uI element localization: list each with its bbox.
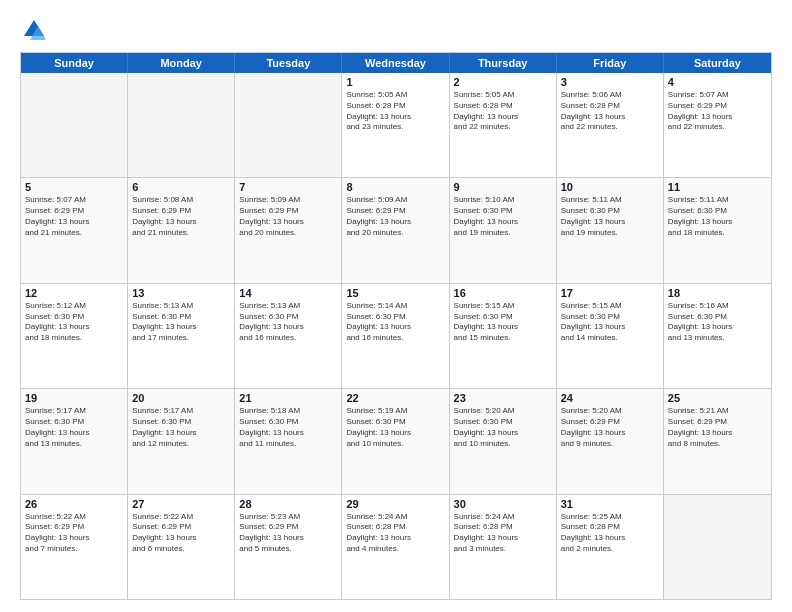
calendar-cell-23: 23Sunrise: 5:20 AM Sunset: 6:30 PM Dayli…	[450, 389, 557, 493]
day-number: 17	[561, 287, 659, 299]
calendar-cell-21: 21Sunrise: 5:18 AM Sunset: 6:30 PM Dayli…	[235, 389, 342, 493]
calendar-body: 1Sunrise: 5:05 AM Sunset: 6:28 PM Daylig…	[21, 73, 771, 599]
day-number: 22	[346, 392, 444, 404]
day-info: Sunrise: 5:08 AM Sunset: 6:29 PM Dayligh…	[132, 195, 230, 238]
day-number: 12	[25, 287, 123, 299]
calendar-cell-4: 4Sunrise: 5:07 AM Sunset: 6:29 PM Daylig…	[664, 73, 771, 177]
calendar-cell-5: 5Sunrise: 5:07 AM Sunset: 6:29 PM Daylig…	[21, 178, 128, 282]
calendar-week-5: 26Sunrise: 5:22 AM Sunset: 6:29 PM Dayli…	[21, 495, 771, 599]
day-info: Sunrise: 5:17 AM Sunset: 6:30 PM Dayligh…	[132, 406, 230, 449]
calendar-cell-16: 16Sunrise: 5:15 AM Sunset: 6:30 PM Dayli…	[450, 284, 557, 388]
header	[20, 16, 772, 44]
day-info: Sunrise: 5:09 AM Sunset: 6:29 PM Dayligh…	[239, 195, 337, 238]
day-info: Sunrise: 5:11 AM Sunset: 6:30 PM Dayligh…	[668, 195, 767, 238]
calendar-week-3: 12Sunrise: 5:12 AM Sunset: 6:30 PM Dayli…	[21, 284, 771, 389]
calendar-cell-18: 18Sunrise: 5:16 AM Sunset: 6:30 PM Dayli…	[664, 284, 771, 388]
weekday-header-sunday: Sunday	[21, 53, 128, 73]
day-number: 11	[668, 181, 767, 193]
day-number: 16	[454, 287, 552, 299]
calendar-cell-31: 31Sunrise: 5:25 AM Sunset: 6:28 PM Dayli…	[557, 495, 664, 599]
day-number: 6	[132, 181, 230, 193]
calendar-cell-25: 25Sunrise: 5:21 AM Sunset: 6:29 PM Dayli…	[664, 389, 771, 493]
day-number: 1	[346, 76, 444, 88]
day-info: Sunrise: 5:16 AM Sunset: 6:30 PM Dayligh…	[668, 301, 767, 344]
day-number: 5	[25, 181, 123, 193]
weekday-header-friday: Friday	[557, 53, 664, 73]
day-info: Sunrise: 5:19 AM Sunset: 6:30 PM Dayligh…	[346, 406, 444, 449]
calendar-cell-20: 20Sunrise: 5:17 AM Sunset: 6:30 PM Dayli…	[128, 389, 235, 493]
day-number: 10	[561, 181, 659, 193]
day-number: 8	[346, 181, 444, 193]
calendar-week-4: 19Sunrise: 5:17 AM Sunset: 6:30 PM Dayli…	[21, 389, 771, 494]
day-info: Sunrise: 5:20 AM Sunset: 6:29 PM Dayligh…	[561, 406, 659, 449]
weekday-header-monday: Monday	[128, 53, 235, 73]
day-info: Sunrise: 5:12 AM Sunset: 6:30 PM Dayligh…	[25, 301, 123, 344]
day-info: Sunrise: 5:18 AM Sunset: 6:30 PM Dayligh…	[239, 406, 337, 449]
day-info: Sunrise: 5:24 AM Sunset: 6:28 PM Dayligh…	[454, 512, 552, 555]
calendar-week-2: 5Sunrise: 5:07 AM Sunset: 6:29 PM Daylig…	[21, 178, 771, 283]
calendar-cell-26: 26Sunrise: 5:22 AM Sunset: 6:29 PM Dayli…	[21, 495, 128, 599]
day-number: 23	[454, 392, 552, 404]
calendar-week-1: 1Sunrise: 5:05 AM Sunset: 6:28 PM Daylig…	[21, 73, 771, 178]
calendar-cell-empty-4-6	[664, 495, 771, 599]
weekday-header-saturday: Saturday	[664, 53, 771, 73]
day-info: Sunrise: 5:20 AM Sunset: 6:30 PM Dayligh…	[454, 406, 552, 449]
day-info: Sunrise: 5:10 AM Sunset: 6:30 PM Dayligh…	[454, 195, 552, 238]
weekday-header-wednesday: Wednesday	[342, 53, 449, 73]
calendar-cell-8: 8Sunrise: 5:09 AM Sunset: 6:29 PM Daylig…	[342, 178, 449, 282]
day-info: Sunrise: 5:09 AM Sunset: 6:29 PM Dayligh…	[346, 195, 444, 238]
day-info: Sunrise: 5:17 AM Sunset: 6:30 PM Dayligh…	[25, 406, 123, 449]
day-info: Sunrise: 5:13 AM Sunset: 6:30 PM Dayligh…	[239, 301, 337, 344]
calendar-cell-3: 3Sunrise: 5:06 AM Sunset: 6:28 PM Daylig…	[557, 73, 664, 177]
calendar-cell-13: 13Sunrise: 5:13 AM Sunset: 6:30 PM Dayli…	[128, 284, 235, 388]
calendar-cell-empty-0-0	[21, 73, 128, 177]
day-number: 13	[132, 287, 230, 299]
day-number: 3	[561, 76, 659, 88]
day-info: Sunrise: 5:14 AM Sunset: 6:30 PM Dayligh…	[346, 301, 444, 344]
calendar-cell-empty-0-1	[128, 73, 235, 177]
day-number: 2	[454, 76, 552, 88]
day-info: Sunrise: 5:15 AM Sunset: 6:30 PM Dayligh…	[561, 301, 659, 344]
day-number: 21	[239, 392, 337, 404]
day-info: Sunrise: 5:24 AM Sunset: 6:28 PM Dayligh…	[346, 512, 444, 555]
day-number: 14	[239, 287, 337, 299]
day-info: Sunrise: 5:25 AM Sunset: 6:28 PM Dayligh…	[561, 512, 659, 555]
day-info: Sunrise: 5:22 AM Sunset: 6:29 PM Dayligh…	[25, 512, 123, 555]
day-info: Sunrise: 5:05 AM Sunset: 6:28 PM Dayligh…	[346, 90, 444, 133]
day-number: 26	[25, 498, 123, 510]
calendar-cell-1: 1Sunrise: 5:05 AM Sunset: 6:28 PM Daylig…	[342, 73, 449, 177]
calendar-cell-2: 2Sunrise: 5:05 AM Sunset: 6:28 PM Daylig…	[450, 73, 557, 177]
day-info: Sunrise: 5:06 AM Sunset: 6:28 PM Dayligh…	[561, 90, 659, 133]
calendar-cell-15: 15Sunrise: 5:14 AM Sunset: 6:30 PM Dayli…	[342, 284, 449, 388]
page: SundayMondayTuesdayWednesdayThursdayFrid…	[0, 0, 792, 612]
day-number: 4	[668, 76, 767, 88]
calendar-cell-10: 10Sunrise: 5:11 AM Sunset: 6:30 PM Dayli…	[557, 178, 664, 282]
day-info: Sunrise: 5:11 AM Sunset: 6:30 PM Dayligh…	[561, 195, 659, 238]
day-number: 20	[132, 392, 230, 404]
calendar-cell-7: 7Sunrise: 5:09 AM Sunset: 6:29 PM Daylig…	[235, 178, 342, 282]
calendar-cell-11: 11Sunrise: 5:11 AM Sunset: 6:30 PM Dayli…	[664, 178, 771, 282]
calendar-cell-6: 6Sunrise: 5:08 AM Sunset: 6:29 PM Daylig…	[128, 178, 235, 282]
calendar-header: SundayMondayTuesdayWednesdayThursdayFrid…	[21, 53, 771, 73]
day-info: Sunrise: 5:07 AM Sunset: 6:29 PM Dayligh…	[25, 195, 123, 238]
day-number: 9	[454, 181, 552, 193]
day-number: 7	[239, 181, 337, 193]
day-info: Sunrise: 5:05 AM Sunset: 6:28 PM Dayligh…	[454, 90, 552, 133]
day-info: Sunrise: 5:13 AM Sunset: 6:30 PM Dayligh…	[132, 301, 230, 344]
calendar: SundayMondayTuesdayWednesdayThursdayFrid…	[20, 52, 772, 600]
calendar-cell-22: 22Sunrise: 5:19 AM Sunset: 6:30 PM Dayli…	[342, 389, 449, 493]
day-number: 27	[132, 498, 230, 510]
calendar-cell-27: 27Sunrise: 5:22 AM Sunset: 6:29 PM Dayli…	[128, 495, 235, 599]
logo	[20, 16, 52, 44]
day-info: Sunrise: 5:22 AM Sunset: 6:29 PM Dayligh…	[132, 512, 230, 555]
calendar-cell-14: 14Sunrise: 5:13 AM Sunset: 6:30 PM Dayli…	[235, 284, 342, 388]
calendar-cell-empty-0-2	[235, 73, 342, 177]
calendar-cell-12: 12Sunrise: 5:12 AM Sunset: 6:30 PM Dayli…	[21, 284, 128, 388]
day-info: Sunrise: 5:07 AM Sunset: 6:29 PM Dayligh…	[668, 90, 767, 133]
calendar-cell-30: 30Sunrise: 5:24 AM Sunset: 6:28 PM Dayli…	[450, 495, 557, 599]
calendar-cell-19: 19Sunrise: 5:17 AM Sunset: 6:30 PM Dayli…	[21, 389, 128, 493]
logo-icon	[20, 16, 48, 44]
day-number: 15	[346, 287, 444, 299]
day-number: 24	[561, 392, 659, 404]
calendar-cell-24: 24Sunrise: 5:20 AM Sunset: 6:29 PM Dayli…	[557, 389, 664, 493]
